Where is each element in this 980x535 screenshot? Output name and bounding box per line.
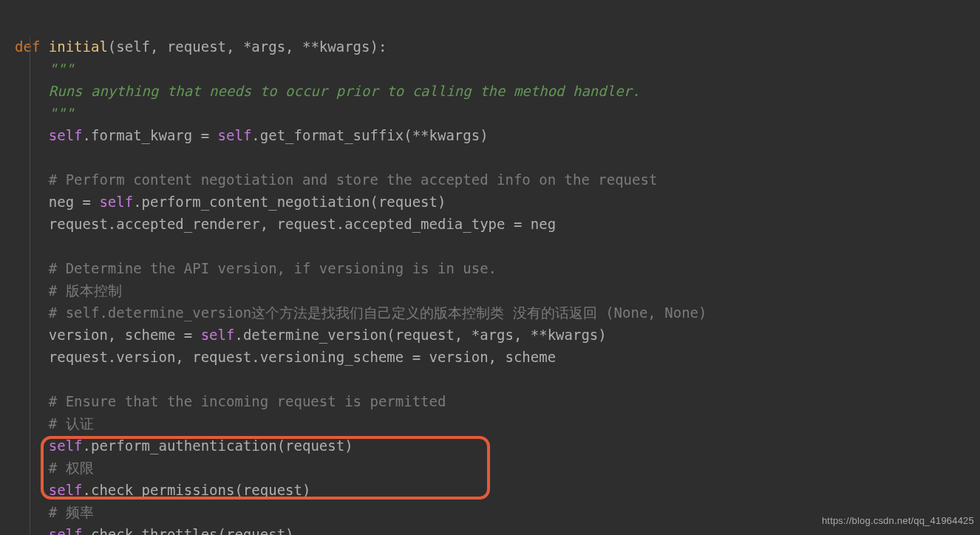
comment: # 权限 — [49, 460, 94, 476]
code-text: .perform_authentication(request) — [83, 437, 353, 454]
self-ref: self — [49, 437, 83, 454]
comment: # Determine the API version, if versioni… — [49, 260, 497, 276]
code-text: request.accepted_renderer, request.accep… — [49, 216, 556, 232]
comment: # 认证 — [49, 415, 94, 432]
keyword-def: def — [15, 38, 40, 55]
self-ref: self — [49, 526, 83, 535]
self-ref: self — [49, 482, 83, 498]
comment: # 版本控制 — [49, 282, 122, 299]
docstring-body: Runs anything that needs to occur prior … — [49, 83, 641, 99]
code-text: .determine_version(request, *args, **kwa… — [234, 327, 606, 343]
code-text: .check_throttles(request) — [83, 526, 294, 535]
comment: # 频率 — [49, 504, 94, 520]
code-text: .get_format_suffix(**kwargs) — [251, 127, 488, 143]
docstring-close: """ — [49, 105, 74, 121]
function-name: initial — [49, 38, 108, 55]
comment: # self.determine_version这个方法是找我们自己定义的版本控… — [49, 304, 707, 321]
self-ref: self — [49, 127, 83, 143]
code-text: .check_permissions(request) — [83, 482, 311, 498]
code-text: version, scheme = — [49, 327, 201, 343]
docstring-open: """ — [49, 61, 74, 77]
self-ref: self — [201, 327, 235, 343]
params: (self, request, *args, **kwargs): — [108, 38, 387, 55]
indent-guide — [30, 37, 30, 535]
self-ref: self — [99, 194, 133, 210]
code-text: .perform_content_negotiation(request) — [133, 194, 446, 210]
watermark: https://blog.csdn.net/qq_41964425 — [822, 510, 974, 532]
code-text: neg = — [49, 194, 100, 210]
code-text: request.version, request.versioning_sche… — [49, 349, 556, 365]
code-text: .format_kwarg = — [83, 127, 218, 143]
code-block: def initial(self, request, *args, **kwar… — [0, 0, 980, 535]
comment: # Ensure that the incoming request is pe… — [49, 393, 446, 409]
comment: # Perform content negotiation and store … — [49, 171, 658, 188]
self-ref: self — [218, 127, 252, 143]
